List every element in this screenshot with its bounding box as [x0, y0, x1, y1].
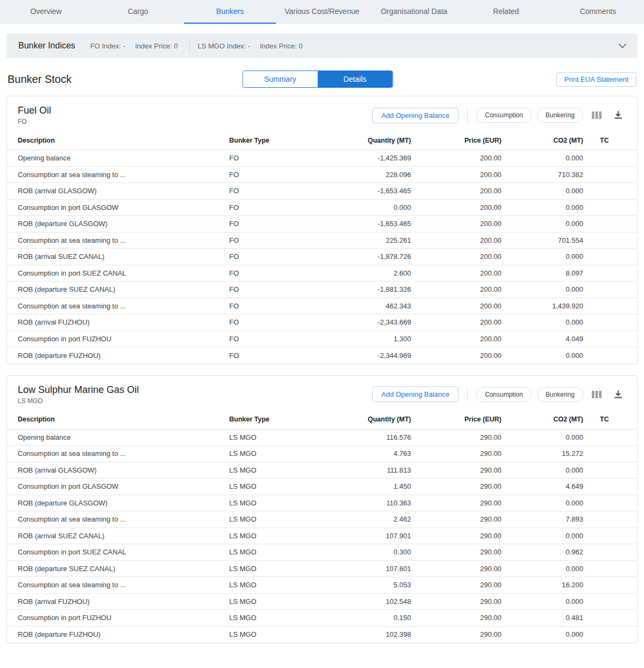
table-row[interactable]: ROB (arrival SUEZ CANAL)FO-1,878.726200.… — [7, 249, 637, 265]
table-row[interactable]: ROB (arrival SUEZ CANAL)LS MGO107.901290… — [7, 528, 637, 545]
row-bunker-type: FO — [229, 154, 321, 162]
ls-mgo-table-body: Opening balanceLS MGO116.576290.000.000C… — [7, 430, 637, 643]
view-columns-icon[interactable] — [589, 107, 605, 123]
tab-overview[interactable]: Overview — [0, 0, 92, 24]
tab-comments[interactable]: Comments — [552, 0, 644, 24]
table-row[interactable]: ROB (departure GLASGOW)FO-1,653.465200.0… — [7, 216, 637, 233]
row-description: ROB (arrival GLASGOW) — [7, 187, 229, 195]
row-quantity: 1.300 — [321, 335, 411, 343]
row-co2: 0.000 — [501, 154, 583, 162]
row-description: Consumption in port SUEZ CANAL — [7, 269, 229, 277]
table-row[interactable]: ROB (departure GLASGOW)LS MGO110.363290.… — [7, 495, 637, 512]
chevron-down-icon[interactable] — [616, 39, 629, 52]
consumption-filter-button[interactable]: Consumption — [476, 387, 532, 402]
table-row[interactable]: ROB (departure FUZHOU)LS MGO102.398290.0… — [7, 627, 637, 643]
table-row[interactable]: Consumption in port SUEZ CANALFO2.600200… — [7, 265, 637, 282]
toggle-details-button[interactable]: Details — [317, 71, 392, 87]
table-row[interactable]: ROB (departure SUEZ CANAL)LS MGO107.6012… — [7, 561, 637, 578]
column-header-price: Price (EUR) — [411, 137, 501, 144]
table-row[interactable]: ROB (departure SUEZ CANAL)FO-1,881.32620… — [7, 282, 637, 298]
bunkering-filter-button[interactable]: Bunkering — [537, 108, 583, 123]
summary-details-toggle: Summary Details — [242, 71, 393, 88]
row-quantity: 107.601 — [321, 565, 411, 573]
tab-bunkers[interactable]: Bunkers — [184, 0, 276, 24]
row-price: 200.00 — [411, 269, 501, 277]
table-header-row: Description Bunker Type Quantity (MT) Pr… — [7, 410, 637, 430]
row-quantity: -1,878.726 — [321, 252, 411, 261]
row-bunker-type: LS MGO — [229, 581, 321, 589]
table-row[interactable]: Opening balanceFO-1,425.369200.000.000 — [7, 150, 637, 167]
bunkering-filter-button[interactable]: Bunkering — [537, 387, 583, 402]
table-row[interactable]: Consumption at sea steaming to ...LS MGO… — [7, 446, 637, 462]
row-quantity: 228.096 — [321, 171, 411, 179]
bunker-indices-title: Bunker Indices — [15, 41, 75, 51]
column-header-description: Description — [7, 416, 229, 423]
add-opening-balance-button[interactable]: Add Opening Balance — [372, 386, 458, 402]
row-description: ROB (departure GLASGOW) — [7, 499, 229, 507]
row-description: Consumption at sea steaming to ... — [7, 236, 229, 244]
table-row[interactable]: Consumption in port SUEZ CANALLS MGO0.30… — [7, 544, 637, 561]
table-row[interactable]: Consumption at sea steaming to ...LS MGO… — [7, 577, 637, 594]
row-bunker-type: LS MGO — [229, 499, 321, 507]
row-bunker-type: FO — [229, 351, 321, 360]
table-row[interactable]: ROB (arrival FUZHOU)FO-2,343.669200.000.… — [7, 314, 637, 331]
row-co2: 16.200 — [501, 581, 583, 589]
row-quantity: 4.763 — [321, 449, 411, 458]
print-eua-statement-button[interactable]: Print EUA Statement — [556, 72, 636, 87]
table-row[interactable]: Consumption at sea steaming to ...FO228.… — [7, 167, 637, 184]
table-row[interactable]: ROB (arrival GLASGOW)FO-1,653.465200.000… — [7, 183, 637, 200]
table-row[interactable]: ROB (departure FUZHOU)FO-2,344.969200.00… — [7, 347, 637, 364]
row-quantity: 5.053 — [321, 581, 411, 589]
tab-cargo[interactable]: Cargo — [92, 0, 184, 24]
tab-related[interactable]: Related — [460, 0, 552, 24]
row-price: 290.00 — [411, 532, 501, 540]
card-controls: Add Opening Balance Consumption Bunkerin… — [372, 107, 626, 123]
column-header-quantity: Quantity (MT) — [321, 416, 411, 423]
download-icon[interactable] — [610, 386, 626, 403]
card-subtitle: FO — [18, 118, 51, 125]
tab-organisational-data[interactable]: Organisational Data — [368, 0, 460, 24]
row-description: ROB (arrival FUZHOU) — [7, 318, 229, 326]
table-row[interactable]: Consumption at sea steaming to ...FO225.… — [7, 233, 637, 249]
consumption-filter-button[interactable]: Consumption — [476, 108, 532, 123]
row-price: 290.00 — [411, 499, 501, 507]
row-bunker-type: FO — [229, 252, 321, 261]
table-row[interactable]: Consumption in port FUZHOULS MGO0.150290… — [7, 610, 637, 627]
table-row[interactable]: Consumption at sea steaming to ...LS MGO… — [7, 511, 637, 528]
row-description: Consumption in port GLASGOW — [7, 482, 229, 490]
table-row[interactable]: Consumption at sea steaming to ...FO462.… — [7, 298, 637, 315]
toggle-summary-button[interactable]: Summary — [243, 71, 317, 87]
fo-index-price: Index Price: 0 — [135, 42, 178, 50]
row-quantity: 107.901 — [321, 532, 411, 540]
row-bunker-type: FO — [229, 220, 321, 228]
row-co2: 0.000 — [501, 318, 583, 326]
download-icon[interactable] — [610, 107, 626, 123]
row-description: Opening balance — [7, 433, 229, 441]
tab-various-cost-revenue[interactable]: Various Cost/Revenue — [276, 0, 368, 24]
row-quantity: 2.462 — [321, 515, 411, 523]
row-price: 290.00 — [411, 614, 501, 622]
table-row[interactable]: ROB (arrival GLASGOW)LS MGO111.813290.00… — [7, 462, 637, 479]
row-description: Consumption at sea steaming to ... — [7, 449, 229, 458]
bunker-indices-bar[interactable]: Bunker Indices FO Index: - Index Price: … — [6, 33, 638, 58]
table-row[interactable]: Consumption in port GLASGOWLS MGO1.45029… — [7, 479, 637, 495]
row-bunker-type: LS MGO — [229, 466, 321, 474]
row-quantity: 462.343 — [321, 302, 411, 310]
row-price: 200.00 — [411, 187, 501, 195]
row-description: Consumption in port FUZHOU — [7, 614, 229, 622]
row-co2: 4.049 — [501, 335, 583, 343]
add-opening-balance-button[interactable]: Add Opening Balance — [372, 108, 458, 123]
row-co2: 0.000 — [501, 565, 583, 573]
table-row[interactable]: ROB (arrival FUZHOU)LS MGO102.548290.000… — [7, 594, 637, 610]
table-row[interactable]: Consumption in port GLASGOWFO0.000200.00… — [7, 200, 637, 216]
row-description: ROB (departure FUZHOU) — [7, 630, 229, 638]
table-row[interactable]: Opening balanceLS MGO116.576290.000.000 — [7, 430, 637, 446]
row-co2: 701.554 — [501, 236, 583, 244]
view-columns-icon[interactable] — [589, 386, 605, 403]
table-row[interactable]: Consumption in port FUZHOUFO1.300200.004… — [7, 331, 637, 348]
row-description: ROB (arrival GLASGOW) — [7, 466, 229, 474]
column-header-co2: CO2 (MT) — [501, 416, 583, 423]
indices-divider — [189, 40, 190, 52]
row-description: Consumption at sea steaming to ... — [7, 171, 229, 179]
row-quantity: 111.813 — [321, 466, 411, 474]
